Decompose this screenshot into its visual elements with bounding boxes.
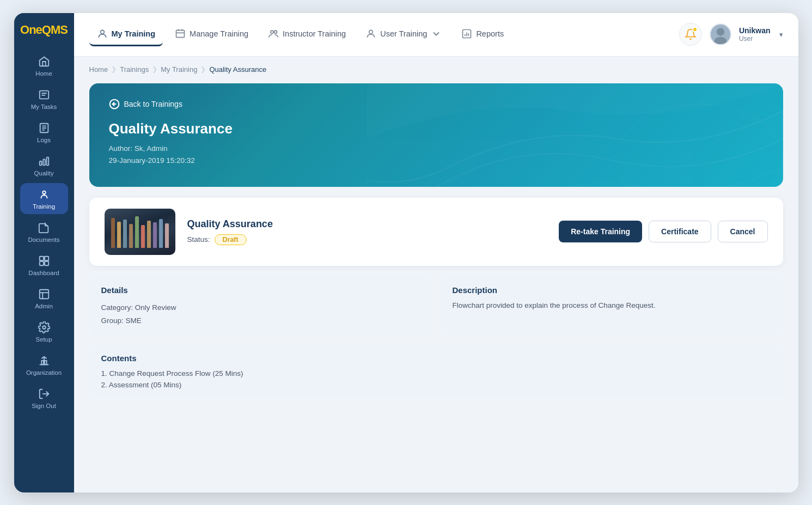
svg-point-29 [369, 30, 373, 34]
retake-training-button[interactable]: Re-take Training [559, 221, 642, 242]
sidebar-item-quality[interactable]: Quality [20, 150, 68, 181]
sidebar-item-documents-label: Documents [28, 236, 59, 243]
svg-rect-14 [44, 261, 48, 265]
svg-point-32 [717, 28, 724, 35]
details-content: Category: Only Review Group: SME [101, 301, 420, 328]
topnav-reports[interactable]: Reports [454, 23, 511, 46]
breadcrumb-home[interactable]: Home [89, 65, 108, 74]
status-badge: Draft [215, 234, 247, 245]
sidebar: OneQMS Home My Tasks [14, 13, 74, 492]
dashboard-icon [38, 255, 50, 267]
logo: OneQMS [14, 13, 74, 47]
details-section: Details Category: Only Review Group: SME [89, 277, 432, 337]
certificate-button[interactable]: Certificate [649, 221, 711, 242]
logo-one: One [20, 23, 42, 36]
content-area: Home ❯ Trainings ❯ My Training ❯ Quality… [74, 57, 798, 492]
sidebar-item-sign-out[interactable]: Sign Out [20, 382, 68, 413]
svg-rect-9 [46, 157, 48, 165]
svg-rect-15 [39, 289, 48, 299]
training-actions: Re-take Training Certificate Cancel [559, 221, 767, 242]
topnav-user-training[interactable]: User Training [358, 23, 449, 46]
sidebar-item-my-tasks[interactable]: My Tasks [20, 83, 68, 114]
svg-rect-8 [43, 159, 45, 165]
top-navigation: My Training Manage Training I [74, 13, 798, 57]
svg-rect-19 [41, 361, 44, 364]
user-info: Unikwan User [739, 26, 771, 42]
manage-icon [175, 28, 186, 39]
breadcrumb-current: Quality Assurance [209, 65, 266, 74]
contents-item-1: 1. Change Request Process Flow (25 Mins) [101, 369, 771, 378]
avatar-image [711, 25, 730, 44]
user-icon [365, 28, 376, 39]
logo-qms: QMS [42, 23, 68, 36]
logs-icon [38, 122, 50, 134]
sidebar-item-home-label: Home [35, 70, 52, 77]
breadcrumb-sep-1: ❯ [111, 65, 117, 73]
sidebar-item-admin-label: Admin [35, 303, 53, 309]
sidebar-item-home[interactable]: Home [20, 50, 68, 81]
hero-author: Author: Sk, Admin 29-January-2019 15:20:… [109, 143, 764, 168]
main-content: My Training Manage Training I [74, 13, 798, 492]
organization-icon [38, 355, 50, 367]
sidebar-item-documents[interactable]: Documents [20, 216, 68, 247]
svg-rect-13 [39, 261, 43, 265]
description-title: Description [453, 285, 771, 295]
topnav-reports-label: Reports [476, 29, 504, 38]
details-category: Category: Only Review [101, 301, 420, 314]
description-section: Description Flowchart provided to explai… [441, 277, 783, 337]
svg-rect-23 [176, 30, 185, 37]
breadcrumb-my-training[interactable]: My Training [161, 65, 197, 74]
svg-rect-11 [39, 256, 43, 260]
sidebar-item-dashboard-label: Dashboard [28, 270, 59, 276]
notification-badge [692, 27, 698, 32]
hero-title: Quality Assurance [109, 120, 764, 137]
svg-point-22 [100, 30, 104, 34]
sidebar-item-organization[interactable]: Organization [20, 349, 68, 380]
sidebar-item-admin[interactable]: Admin [20, 283, 68, 314]
sidebar-item-logs-label: Logs [37, 137, 51, 143]
status-label: Status: [187, 235, 210, 244]
sidebar-item-organization-label: Organization [26, 369, 62, 376]
contents-list: 1. Change Request Process Flow (25 Mins)… [101, 369, 771, 389]
topnav-instructor-training[interactable]: Instructor Training [260, 23, 353, 46]
notification-button[interactable] [679, 23, 702, 46]
description-text: Flowchart provided to explain the proces… [453, 301, 771, 309]
contents-title: Contents [101, 354, 771, 363]
sidebar-item-setup[interactable]: Setup [20, 316, 68, 347]
user-dropdown-arrow[interactable]: ▾ [779, 31, 783, 39]
svg-rect-20 [44, 361, 46, 364]
status-row: Status: Draft [187, 234, 547, 245]
topnav-manage-training-label: Manage Training [190, 29, 248, 38]
training-thumbnail [105, 209, 175, 255]
home-icon [38, 56, 50, 68]
breadcrumb-trainings[interactable]: Trainings [120, 65, 149, 74]
tasks-icon [38, 89, 50, 101]
sidebar-item-quality-label: Quality [34, 170, 54, 177]
instructor-icon [268, 28, 279, 39]
back-to-trainings-button[interactable]: Back to Trainings [109, 99, 182, 109]
reports-icon [461, 28, 472, 39]
sidebar-item-setup-label: Setup [35, 336, 52, 343]
setup-icon [38, 321, 50, 333]
details-title: Details [101, 285, 420, 295]
svg-point-18 [42, 326, 46, 329]
cancel-button[interactable]: Cancel [718, 221, 768, 242]
back-arrow-icon [109, 99, 120, 109]
topnav-instructor-training-label: Instructor Training [283, 29, 346, 38]
details-group: Group: SME [101, 314, 420, 327]
sidebar-item-training[interactable]: Training [20, 183, 68, 214]
chevron-down-icon [431, 28, 442, 39]
sidebar-item-dashboard[interactable]: Dashboard [20, 250, 68, 281]
breadcrumb-sep-2: ❯ [152, 65, 157, 73]
topnav-right: Unikwan User ▾ [679, 23, 783, 46]
breadcrumb: Home ❯ Trainings ❯ My Training ❯ Quality… [89, 65, 783, 74]
svg-point-10 [42, 191, 46, 194]
svg-rect-7 [39, 161, 41, 165]
topnav-my-training[interactable]: My Training [89, 23, 163, 46]
sidebar-nav: Home My Tasks Logs [14, 50, 74, 413]
sidebar-item-logs[interactable]: Logs [20, 117, 68, 148]
topnav-my-training-label: My Training [112, 29, 156, 38]
user-role: User [739, 35, 771, 42]
user-avatar [710, 23, 731, 45]
topnav-manage-training[interactable]: Manage Training [167, 23, 256, 46]
